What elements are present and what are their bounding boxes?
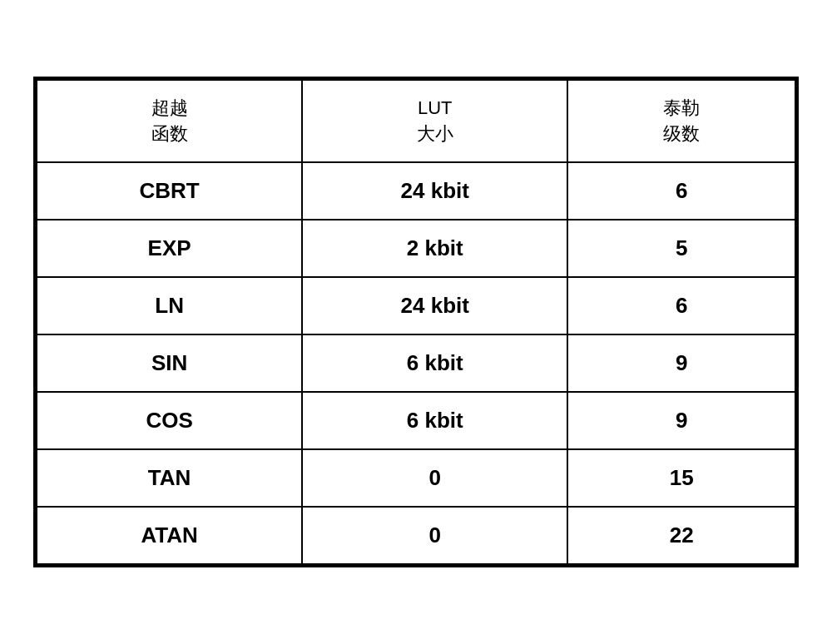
cell-taylor: 5 bbox=[567, 220, 795, 277]
table-row: TAN015 bbox=[37, 449, 795, 507]
cell-func: LN bbox=[37, 277, 302, 334]
cell-taylor: 6 bbox=[567, 277, 795, 334]
table-row: COS6 kbit9 bbox=[37, 392, 795, 449]
cell-lut: 24 kbit bbox=[302, 277, 567, 334]
data-table: 超越 函数 LUT 大小 泰勒 级数 CBRT24 kbit6EXP2 kbit… bbox=[36, 79, 796, 566]
cell-taylor: 9 bbox=[567, 392, 795, 449]
main-table-container: 超越 函数 LUT 大小 泰勒 级数 CBRT24 kbit6EXP2 kbit… bbox=[33, 77, 799, 568]
table-row: LN24 kbit6 bbox=[37, 277, 795, 334]
cell-taylor: 22 bbox=[567, 507, 795, 564]
cell-func: SIN bbox=[37, 334, 302, 392]
cell-func: EXP bbox=[37, 220, 302, 277]
cell-func: ATAN bbox=[37, 507, 302, 564]
cell-lut: 0 bbox=[302, 449, 567, 507]
header-taylor: 泰勒 级数 bbox=[567, 80, 795, 163]
header-func: 超越 函数 bbox=[37, 80, 302, 163]
cell-taylor: 6 bbox=[567, 162, 795, 220]
cell-func: TAN bbox=[37, 449, 302, 507]
header-lut: LUT 大小 bbox=[302, 80, 567, 163]
cell-lut: 2 kbit bbox=[302, 220, 567, 277]
cell-func: COS bbox=[37, 392, 302, 449]
cell-func: CBRT bbox=[37, 162, 302, 220]
cell-taylor: 9 bbox=[567, 334, 795, 392]
table-row: SIN6 kbit9 bbox=[37, 334, 795, 392]
cell-lut: 24 kbit bbox=[302, 162, 567, 220]
cell-lut: 6 kbit bbox=[302, 334, 567, 392]
cell-lut: 6 kbit bbox=[302, 392, 567, 449]
cell-taylor: 15 bbox=[567, 449, 795, 507]
cell-lut: 0 bbox=[302, 507, 567, 564]
table-row: CBRT24 kbit6 bbox=[37, 162, 795, 220]
table-row: ATAN022 bbox=[37, 507, 795, 564]
header-row: 超越 函数 LUT 大小 泰勒 级数 bbox=[37, 80, 795, 163]
table-row: EXP2 kbit5 bbox=[37, 220, 795, 277]
